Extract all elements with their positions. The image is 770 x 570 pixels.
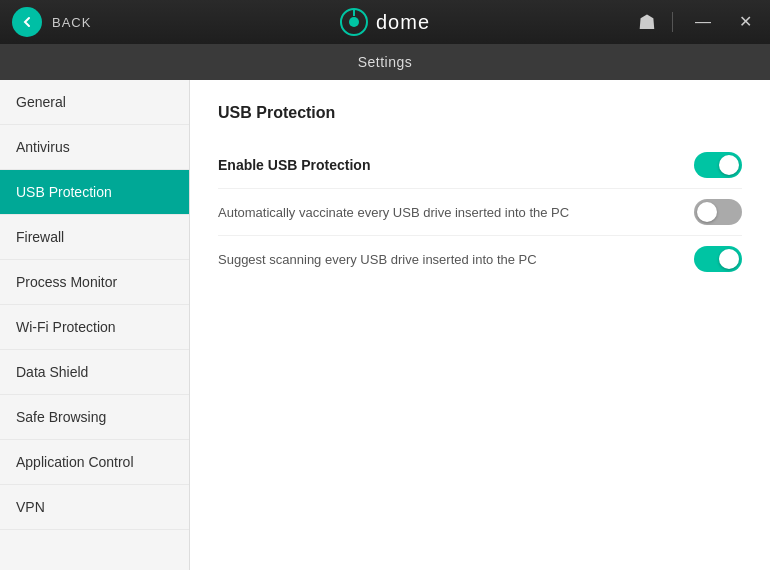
back-button[interactable] [12, 7, 42, 37]
setting-row-auto-vaccinate: Automatically vaccinate every USB drive … [218, 189, 742, 236]
title-bar: BACK dome ☗ — ✕ [0, 0, 770, 44]
settings-list: Enable USB ProtectionAutomatically vacci… [218, 142, 742, 282]
setting-label-suggest-scan: Suggest scanning every USB drive inserte… [218, 252, 537, 267]
minimize-button[interactable]: — [689, 10, 717, 34]
setting-label-enable-usb-protection: Enable USB Protection [218, 157, 370, 173]
toggle-enable-usb-protection[interactable] [694, 152, 742, 178]
toggle-track-enable-usb-protection[interactable] [694, 152, 742, 178]
user-icon[interactable]: ☗ [638, 10, 656, 34]
logo-text: dome [376, 11, 430, 34]
divider [672, 12, 673, 32]
toggle-track-auto-vaccinate[interactable] [694, 199, 742, 225]
sidebar-item-process-monitor[interactable]: Process Monitor [0, 260, 189, 305]
sidebar-item-application-control[interactable]: Application Control [0, 440, 189, 485]
toggle-suggest-scan[interactable] [694, 246, 742, 272]
close-button[interactable]: ✕ [733, 10, 758, 34]
settings-bar: Settings [0, 44, 770, 80]
sidebar-item-antivirus[interactable]: Antivirus [0, 125, 189, 170]
sidebar-item-usb-protection[interactable]: USB Protection [0, 170, 189, 215]
toggle-thumb-enable-usb-protection [719, 155, 739, 175]
section-title: USB Protection [218, 104, 742, 122]
logo-icon [340, 8, 368, 36]
toggle-thumb-suggest-scan [719, 249, 739, 269]
setting-row-suggest-scan: Suggest scanning every USB drive inserte… [218, 236, 742, 282]
sidebar-item-general[interactable]: General [0, 80, 189, 125]
setting-row-enable-usb-protection: Enable USB Protection [218, 142, 742, 189]
setting-label-auto-vaccinate: Automatically vaccinate every USB drive … [218, 205, 569, 220]
svg-point-1 [349, 17, 359, 27]
back-label: BACK [52, 15, 91, 30]
sidebar-item-data-shield[interactable]: Data Shield [0, 350, 189, 395]
title-bar-controls: ☗ — ✕ [638, 10, 758, 34]
toggle-thumb-auto-vaccinate [697, 202, 717, 222]
main-layout: GeneralAntivirusUSB ProtectionFirewallPr… [0, 80, 770, 570]
sidebar-item-vpn[interactable]: VPN [0, 485, 189, 530]
toggle-auto-vaccinate[interactable] [694, 199, 742, 225]
logo-area: dome [340, 8, 430, 36]
title-bar-left: BACK [12, 7, 91, 37]
settings-label: Settings [358, 54, 413, 70]
sidebar: GeneralAntivirusUSB ProtectionFirewallPr… [0, 80, 190, 570]
content-area: USB Protection Enable USB ProtectionAuto… [190, 80, 770, 570]
sidebar-item-safe-browsing[interactable]: Safe Browsing [0, 395, 189, 440]
sidebar-item-firewall[interactable]: Firewall [0, 215, 189, 260]
sidebar-item-wifi-protection[interactable]: Wi-Fi Protection [0, 305, 189, 350]
toggle-track-suggest-scan[interactable] [694, 246, 742, 272]
